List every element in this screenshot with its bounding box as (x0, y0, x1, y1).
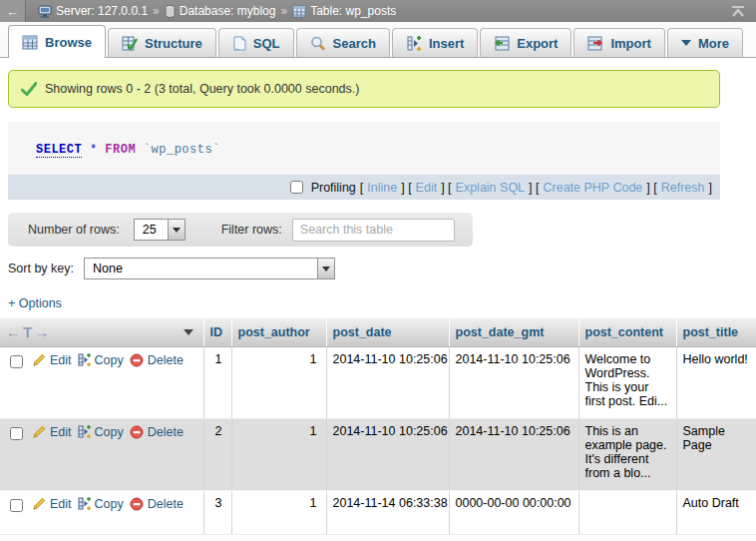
copy-row-link[interactable]: Copy (78, 353, 124, 367)
rows-per-page-select[interactable]: 25 (134, 219, 186, 241)
database-icon (165, 5, 176, 18)
tab-search[interactable]: Search (296, 28, 390, 57)
delete-row-link[interactable]: Delete (130, 353, 184, 367)
edit-label: Edit (50, 353, 72, 367)
tab-more[interactable]: More (667, 28, 743, 57)
pencil-icon (33, 425, 46, 438)
profiling-label: Profiling (311, 181, 356, 195)
tab-more-label: More (698, 36, 729, 51)
collapse-navigation-button[interactable] (726, 6, 756, 17)
filter-search-input[interactable] (292, 219, 455, 242)
breadcrumb: Server: 127.0.0.1 » Database: myblog » T… (26, 4, 726, 18)
row-select-checkbox[interactable] (10, 427, 23, 440)
bracket: [ (360, 181, 363, 195)
tab-structure[interactable]: Structure (108, 28, 216, 57)
column-actions-header[interactable]: ←T→ (0, 318, 203, 346)
column-actions-dropdown-icon[interactable] (184, 329, 193, 335)
select-arrow-icon (168, 220, 185, 240)
cell-post-content (578, 490, 676, 534)
sql-keyword-select[interactable]: SELECT (36, 143, 82, 158)
copy-label: Copy (95, 353, 124, 367)
cell-id: 1 (203, 346, 231, 418)
options-toggle-link[interactable]: + Options (8, 296, 62, 310)
row-select-checkbox[interactable] (10, 355, 23, 368)
structure-icon (122, 36, 138, 51)
bracket: ] [ (529, 181, 539, 195)
result-message-text: Showing rows 0 - 2 (3 total, Query took … (45, 82, 359, 96)
delete-row-link[interactable]: Delete (130, 497, 184, 511)
inline-link[interactable]: Inline (367, 181, 397, 195)
sort-key-select[interactable]: None (84, 258, 335, 279)
phpmyadmin-window: ← Server: 127.0.0.1 » Database: myblog »… (0, 0, 756, 541)
tab-insert-label: Insert (429, 36, 464, 51)
edit-row-link[interactable]: Edit (33, 353, 72, 367)
tab-export-label: Export (517, 36, 558, 51)
tab-insert[interactable]: Insert (392, 28, 478, 57)
cell-post-title: Sample Page (676, 418, 756, 490)
row-select-checkbox[interactable] (10, 499, 23, 512)
breadcrumb-table[interactable]: Table: wp_posts (292, 4, 396, 18)
bracket: ] [ (646, 181, 656, 195)
back-arrow-icon: ← (6, 4, 19, 19)
delete-label: Delete (148, 353, 184, 367)
query-tools-bar: Profiling [ Inline ] [ Edit ] [ Explain … (8, 175, 720, 200)
edit-query-link[interactable]: Edit (416, 181, 438, 195)
create-php-code-link[interactable]: Create PHP Code (543, 181, 642, 195)
profiling-checkbox[interactable] (290, 181, 303, 194)
column-header-post-date-gmt[interactable]: post_date_gmt (449, 318, 578, 346)
browse-icon (22, 35, 38, 50)
breadcrumb-bar: ← Server: 127.0.0.1 » Database: myblog »… (0, 0, 756, 22)
column-header-post-content[interactable]: post_content (578, 318, 676, 346)
table-row: Edit Copy Delete 2 1 2014-11-10 1 (0, 418, 756, 490)
results-table: ←T→ ID post_author post_date post_date_g… (0, 318, 756, 535)
sql-star: * (90, 143, 98, 157)
delete-icon (130, 497, 144, 511)
column-header-post-title[interactable]: post_title (676, 318, 756, 346)
insert-icon (406, 36, 422, 51)
breadcrumb-server-label: Server: 127.0.0.1 (56, 4, 148, 18)
breadcrumb-database-label: Database: myblog (180, 4, 276, 18)
edit-label: Edit (50, 425, 72, 439)
explain-sql-link[interactable]: Explain SQL (456, 181, 525, 195)
column-header-post-author[interactable]: post_author (231, 318, 326, 346)
number-of-rows-label: Number of rows: (28, 223, 120, 237)
breadcrumb-table-label: Table: wp_posts (310, 4, 396, 18)
cell-post-date: 2014-11-10 10:25:06 (326, 346, 449, 418)
column-nav-icon[interactable]: ←T→ (6, 323, 51, 340)
column-header-id[interactable]: ID (203, 318, 231, 346)
tab-export[interactable]: Export (480, 28, 571, 57)
tab-sql[interactable]: SQL (218, 28, 294, 57)
search-icon (310, 36, 326, 51)
table-row: Edit Copy Delete 3 1 2014-11-14 0 (0, 490, 756, 534)
cell-id: 2 (203, 418, 231, 490)
breadcrumb-database[interactable]: Database: myblog (165, 4, 276, 18)
pencil-icon (33, 353, 46, 366)
breadcrumb-server[interactable]: Server: 127.0.0.1 (38, 4, 148, 18)
sql-query-text: SELECT * FROM `wp_posts` (8, 122, 720, 175)
cell-post-date: 2014-11-10 10:25:06 (326, 418, 449, 490)
refresh-link[interactable]: Refresh (661, 181, 705, 195)
bracket: ] (709, 181, 712, 195)
tab-browse[interactable]: Browse (8, 25, 106, 58)
delete-row-link[interactable]: Delete (130, 425, 184, 439)
cell-post-title: Auto Draft (676, 490, 756, 534)
edit-row-link[interactable]: Edit (33, 497, 72, 511)
copy-icon (78, 353, 91, 366)
bracket: ] [ (441, 181, 451, 195)
copy-row-link[interactable]: Copy (78, 425, 124, 439)
copy-row-link[interactable]: Copy (78, 497, 124, 511)
results-header-row: ←T→ ID post_author post_date post_date_g… (0, 318, 756, 346)
pencil-icon (33, 497, 46, 510)
bracket: ] [ (401, 181, 411, 195)
table-tabs: Browse Structure SQL Search Insert Expor… (0, 22, 756, 58)
cell-post-date-gmt: 2014-11-10 10:25:06 (449, 418, 578, 490)
column-header-post-date[interactable]: post_date (326, 318, 449, 346)
sql-query-box: SELECT * FROM `wp_posts` Profiling [ Inl… (8, 122, 720, 200)
tab-search-label: Search (333, 36, 376, 51)
cell-post-content: This is an example page. It's different … (578, 418, 676, 490)
edit-row-link[interactable]: Edit (33, 425, 72, 439)
cell-post-author: 1 (231, 418, 326, 490)
back-button[interactable]: ← (0, 0, 26, 22)
cell-post-author: 1 (231, 490, 326, 534)
tab-import[interactable]: Import (573, 28, 664, 57)
